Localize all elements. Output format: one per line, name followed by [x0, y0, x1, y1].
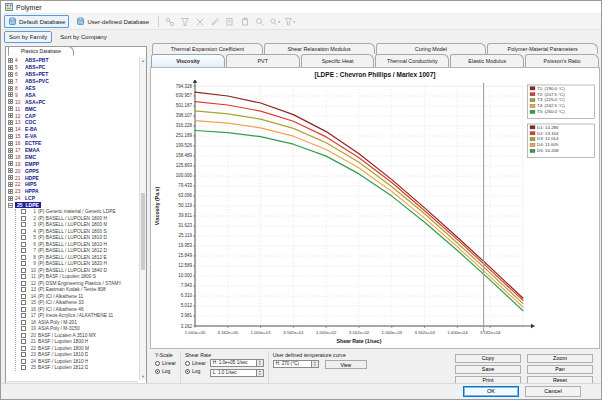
expand-icon[interactable] [8, 196, 13, 201]
material-checkbox[interactable] [21, 326, 26, 331]
spin-down-icon[interactable]: ▾ [257, 373, 263, 376]
tab-poisson-s-ratio[interactable]: Poisson's Ratio [525, 54, 599, 67]
spinner-control[interactable]: ▴▾ [256, 360, 263, 366]
material-checkbox[interactable] [21, 261, 26, 266]
tree-family-item[interactable]: 14E-BA [8, 126, 138, 133]
material-checkbox[interactable] [21, 300, 26, 305]
tree-family-item[interactable]: 4ABS+PBT [8, 57, 138, 64]
expand-icon[interactable] [8, 72, 13, 77]
expand-icon[interactable] [8, 106, 13, 111]
shear-rate-log-radio[interactable]: Log [185, 367, 206, 375]
expand-icon[interactable] [8, 58, 13, 63]
tab-shear-relaxation-modulus[interactable]: Shear Relaxation Modulus [264, 43, 375, 54]
radio-icon[interactable] [155, 369, 160, 374]
spin-down-icon[interactable]: ▾ [312, 364, 318, 367]
material-checkbox[interactable] [21, 235, 26, 240]
material-checkbox[interactable] [21, 287, 26, 292]
expand-icon[interactable] [8, 99, 13, 104]
shear-rate-linear-radio[interactable]: Linear [185, 359, 206, 367]
shear-rate-high-field[interactable]: H: 1.0e+05 1/sec ▴▾ [210, 359, 264, 367]
expand-icon[interactable] [8, 141, 13, 146]
view-button[interactable]: View [325, 360, 367, 369]
scroll-up-icon[interactable]: ▲ [140, 57, 146, 64]
expand-icon[interactable] [8, 175, 13, 180]
copy-button[interactable]: Copy [455, 354, 521, 363]
copy-document-icon[interactable] [224, 16, 236, 28]
tab-specific-heat[interactable]: Specific Heat [301, 54, 375, 67]
material-checkbox[interactable] [21, 274, 26, 279]
vertical-scroll-thumb[interactable] [141, 193, 145, 271]
expand-icon[interactable] [8, 113, 13, 118]
material-checkbox[interactable] [21, 307, 26, 312]
expand-icon[interactable] [8, 161, 13, 166]
material-checkbox[interactable] [21, 248, 26, 253]
expand-icon[interactable] [8, 154, 13, 159]
pan-button[interactable]: Pan [527, 365, 593, 374]
tree-family-item[interactable]: 9ASA [8, 91, 138, 98]
scroll-down-icon[interactable]: ▼ [140, 373, 146, 380]
user-temperature-value[interactable]: H: 270 (°C) [274, 361, 311, 367]
sort-by-company-button[interactable]: Sort by Company [55, 31, 111, 43]
tree-family-item[interactable]: 24LCP [8, 195, 138, 202]
filter-icon[interactable] [179, 16, 191, 28]
tab-polymer-material-parameters[interactable]: Polymer-Material Parameters [487, 43, 598, 54]
material-checkbox[interactable] [21, 294, 26, 299]
tab-elastic-modulus[interactable]: Elastic Modulus [450, 54, 524, 67]
expand-icon[interactable] [8, 134, 13, 139]
material-checkbox[interactable] [21, 268, 26, 273]
material-checkbox[interactable] [21, 359, 26, 364]
material-checkbox[interactable] [21, 365, 26, 370]
tree-family-item[interactable]: 11BMC [8, 105, 138, 112]
expand-icon[interactable] [8, 86, 13, 91]
tree-family-item[interactable]: 13COC [8, 119, 138, 126]
material-checkbox[interactable] [21, 222, 26, 227]
sort-by-family-button[interactable]: Sort by Family [4, 31, 52, 43]
tab-viscosity[interactable]: Viscosity [151, 54, 225, 67]
tree-family-item[interactable]: 6ABS+PET [8, 71, 138, 78]
tree-vertical-scrollbar[interactable]: ▲ ▼ [139, 57, 146, 380]
expand-icon[interactable] [8, 189, 13, 194]
collapse-icon[interactable] [8, 203, 13, 208]
plastics-database-tab[interactable]: Plastics Database [8, 46, 74, 56]
tree-family-item[interactable]: 7ABS+PVC [8, 78, 138, 85]
material-checkbox[interactable] [21, 255, 26, 260]
material-checkbox[interactable] [21, 209, 26, 214]
expand-icon[interactable] [8, 127, 13, 132]
expand-icon[interactable] [8, 120, 13, 125]
tree-family-item[interactable]: 22HIPS [8, 181, 138, 188]
material-checkbox[interactable] [21, 229, 26, 234]
tree-family-item-selected[interactable]: 25LDPE [8, 202, 138, 209]
spin-down-icon[interactable]: ▾ [257, 363, 263, 366]
delete-icon[interactable] [194, 16, 206, 28]
tab-thermal-conductivity[interactable]: Thermal Conductivity [375, 54, 449, 67]
expand-icon[interactable] [8, 79, 13, 84]
shear-rate-low-field[interactable]: L: 1.0 1/sec ▴▾ [210, 369, 264, 377]
material-checkbox[interactable] [21, 242, 26, 247]
user-temperature-field[interactable]: H: 270 (°C) ▴▾ [273, 360, 319, 368]
y-scale-linear-radio[interactable]: Linear [155, 359, 176, 367]
edit-icon[interactable] [209, 16, 221, 28]
shear-rate-low-value[interactable]: L: 1.0 1/sec [211, 370, 256, 376]
material-checkbox[interactable] [21, 320, 26, 325]
tree-material-item[interactable]: 25BASF / Lupolen 1812 D [21, 365, 138, 372]
material-checkbox[interactable] [21, 216, 26, 221]
search-options-icon[interactable] [269, 16, 281, 28]
save-button[interactable]: Save [455, 365, 521, 374]
material-checkbox[interactable] [21, 281, 26, 286]
zoom-button[interactable]: Zoom [527, 354, 593, 363]
tree-family-item[interactable]: 19EMPP [8, 160, 138, 167]
search-icon[interactable] [254, 16, 266, 28]
material-checkbox[interactable] [21, 339, 26, 344]
material-checkbox[interactable] [21, 313, 26, 318]
paste-document-icon[interactable] [239, 16, 251, 28]
material-checkbox[interactable] [21, 333, 26, 338]
tree-family-item[interactable]: 16ECTFE [8, 140, 138, 147]
radio-icon[interactable] [185, 369, 190, 374]
shear-rate-high-value[interactable]: H: 1.0e+05 1/sec [211, 360, 256, 366]
tree-family-item[interactable]: 18EMC [8, 153, 138, 160]
expand-icon[interactable] [8, 92, 13, 97]
tab-pvt[interactable]: PVT [226, 54, 300, 67]
tree-family-item[interactable]: 10ASA+PC [8, 98, 138, 105]
tree-family-item[interactable]: 23HPPA [8, 188, 138, 195]
spinner-control[interactable]: ▴▾ [311, 361, 318, 367]
